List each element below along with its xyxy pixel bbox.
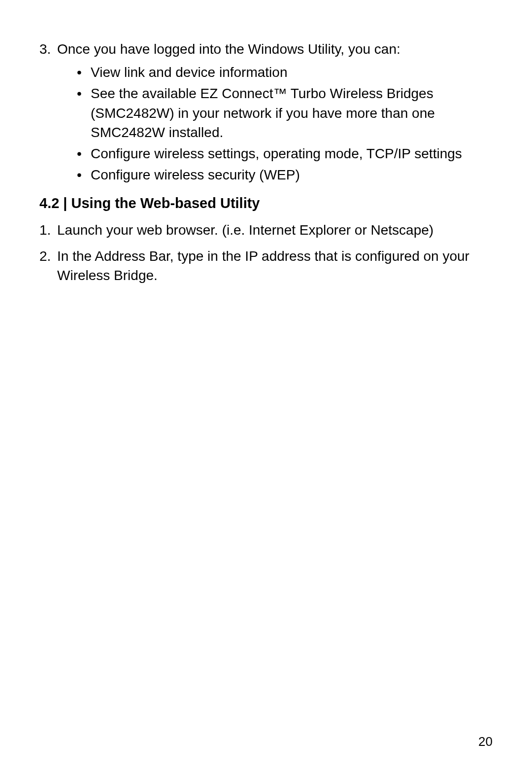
bullet-marker: • xyxy=(77,63,91,82)
bullet-item: • View link and device information xyxy=(77,63,493,82)
numbered-marker: 3. xyxy=(39,39,57,59)
bullet-text: Configure wireless security (WEP) xyxy=(91,165,493,184)
bullet-text: View link and device information xyxy=(91,63,493,82)
document-content: 3. Once you have logged into the Windows… xyxy=(39,39,493,285)
step-text: In the Address Bar, type in the IP addre… xyxy=(57,246,493,285)
bullet-marker: • xyxy=(77,165,91,184)
bullet-marker: • xyxy=(77,84,91,142)
bullet-marker: • xyxy=(77,144,91,163)
numbered-item-3: 3. Once you have logged into the Windows… xyxy=(39,39,493,59)
step-1: 1. Launch your web browser. (i.e. Intern… xyxy=(39,220,493,240)
bullet-item: • See the available EZ Connect™ Turbo Wi… xyxy=(77,84,493,142)
step-2: 2. In the Address Bar, type in the IP ad… xyxy=(39,246,493,285)
step-marker: 2. xyxy=(39,246,57,285)
page-number: 20 xyxy=(478,734,493,749)
step-marker: 1. xyxy=(39,220,57,240)
bullet-text: Configure wireless settings, operating m… xyxy=(91,144,493,163)
bullet-item: • Configure wireless settings, operating… xyxy=(77,144,493,163)
bullet-text: See the available EZ Connect™ Turbo Wire… xyxy=(91,84,493,142)
section-heading: 4.2 | Using the Web-based Utility xyxy=(39,193,493,213)
bullet-item: • Configure wireless security (WEP) xyxy=(77,165,493,184)
step-text: Launch your web browser. (i.e. Internet … xyxy=(57,220,493,240)
bullet-list: • View link and device information • See… xyxy=(77,63,493,184)
numbered-text: Once you have logged into the Windows Ut… xyxy=(57,39,493,59)
